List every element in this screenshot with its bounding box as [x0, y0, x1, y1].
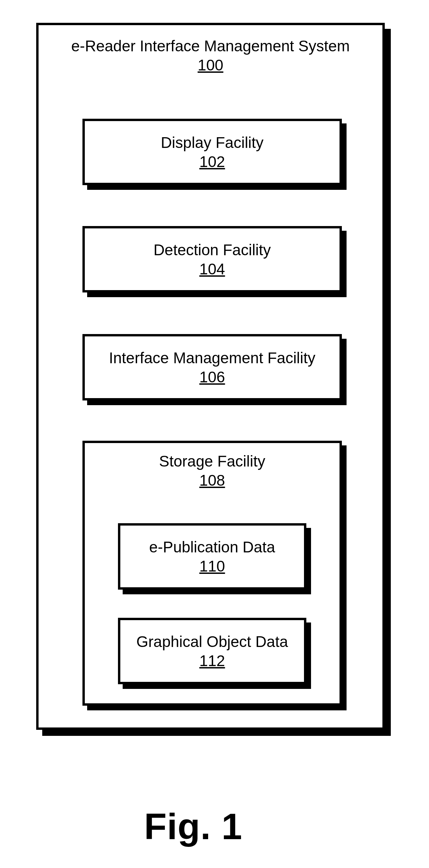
- block-ifmgmt: Interface Management Facility 106: [82, 334, 346, 405]
- block-display-title: Display Facility: [85, 133, 339, 153]
- block-display-ref: 102: [85, 153, 339, 171]
- block-epub-ref: 110: [120, 557, 304, 575]
- block-detection: Detection Facility 104: [82, 226, 346, 297]
- system-ref: 100: [38, 56, 383, 74]
- figure-caption: Fig. 1: [144, 805, 242, 847]
- block-storage-ref: 108: [85, 471, 339, 489]
- figure-stage: e-Reader Interface Management System 100…: [0, 0, 429, 868]
- block-gobj-ref: 112: [120, 652, 304, 670]
- block-detection-ref: 104: [85, 260, 339, 278]
- block-epub: e-Publication Data 110: [118, 523, 311, 594]
- block-display: Display Facility 102: [82, 119, 346, 190]
- block-ifmgmt-title: Interface Management Facility: [85, 348, 339, 368]
- block-storage-title: Storage Facility: [85, 452, 339, 471]
- block-gobj-title: Graphical Object Data: [120, 632, 304, 652]
- block-detection-title: Detection Facility: [85, 241, 339, 260]
- block-ifmgmt-ref: 106: [85, 368, 339, 386]
- block-gobj: Graphical Object Data 112: [118, 618, 311, 689]
- system-title: e-Reader Interface Management System: [38, 36, 383, 56]
- block-epub-title: e-Publication Data: [120, 538, 304, 557]
